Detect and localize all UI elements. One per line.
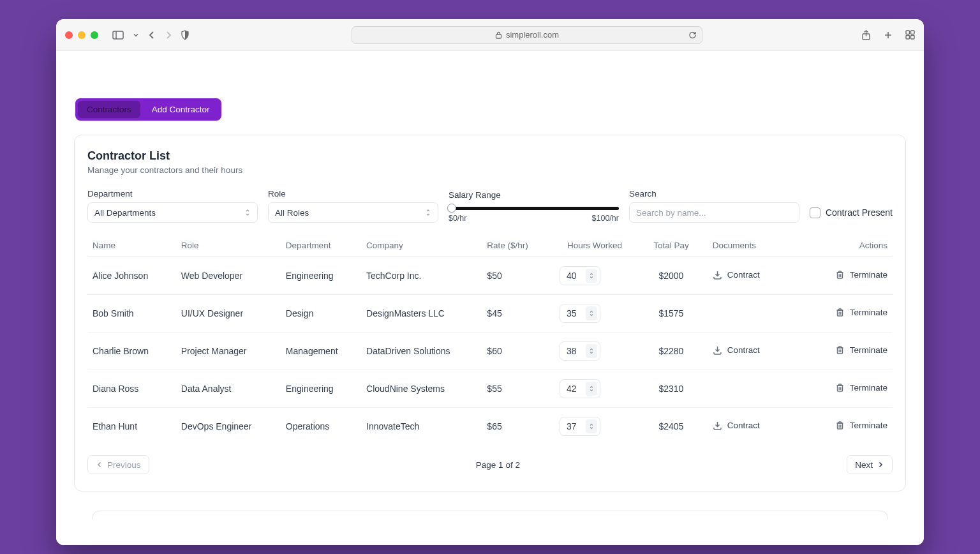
cell-documents: Contract (708, 257, 804, 295)
cell-total: $2405 (635, 408, 708, 445)
hours-stepper[interactable]: 37 (560, 417, 600, 436)
salary-label: Salary Range (449, 190, 619, 200)
browser-window: simpleroll.com Contractors Add Cont (56, 19, 924, 545)
table-row: Alice JohnsonWeb DeveloperEngineeringTec… (87, 257, 893, 295)
stepper-icon[interactable] (586, 306, 597, 320)
svg-rect-22 (837, 423, 842, 429)
window-controls (65, 31, 98, 39)
cell-rate: $65 (482, 408, 554, 445)
shield-icon[interactable] (180, 30, 190, 40)
terminate-button[interactable]: Terminate (835, 308, 887, 317)
cell-role: UI/UX Designer (176, 295, 281, 333)
svg-rect-13 (837, 310, 842, 316)
share-icon[interactable] (861, 30, 871, 40)
col-department: Department (281, 234, 361, 257)
minimize-window-button[interactable] (78, 31, 85, 39)
salary-slider[interactable] (449, 204, 619, 213)
svg-rect-16 (837, 348, 842, 354)
new-tab-icon[interactable] (884, 30, 893, 40)
forward-button[interactable] (165, 31, 172, 40)
address-bar[interactable]: simpleroll.com (352, 26, 702, 44)
hours-stepper[interactable]: 42 (560, 379, 600, 398)
cell-rate: $60 (482, 333, 554, 370)
trash-icon (835, 345, 845, 355)
department-filter: Department All Departments (87, 189, 258, 223)
contract-label: Contract (727, 345, 760, 355)
tab-add-contractor[interactable]: Add Contractor (143, 101, 219, 118)
sidebar-toggle-icon[interactable] (112, 31, 124, 40)
terminate-button[interactable]: Terminate (835, 345, 887, 355)
tab-overview-icon[interactable] (905, 30, 915, 40)
cell-hours: 42 (554, 370, 635, 408)
svg-rect-7 (911, 31, 915, 34)
cell-role: Data Analyst (176, 370, 281, 408)
close-window-button[interactable] (65, 31, 73, 39)
department-select[interactable]: All Departments (87, 202, 258, 223)
cell-actions: Terminate (804, 408, 893, 445)
reload-icon[interactable] (688, 31, 697, 39)
table-row: Ethan HuntDevOps EngineerOperationsInnov… (87, 408, 893, 445)
search-label: Search (629, 189, 799, 198)
slider-thumb[interactable] (447, 204, 456, 213)
previous-button[interactable]: Previous (87, 455, 149, 474)
back-button[interactable] (148, 31, 156, 40)
hours-stepper[interactable]: 40 (560, 266, 600, 285)
chevron-down-icon[interactable] (133, 32, 139, 38)
stepper-icon[interactable] (586, 382, 597, 396)
cell-department: Design (281, 295, 361, 333)
tab-contractors[interactable]: Contractors (78, 101, 140, 118)
stepper-icon[interactable] (586, 269, 597, 283)
terminate-button[interactable]: Terminate (835, 383, 887, 393)
hours-stepper[interactable]: 38 (560, 341, 600, 361)
page-status: Page 1 of 2 (476, 460, 520, 470)
download-contract-button[interactable]: Contract (713, 421, 760, 430)
department-label: Department (87, 189, 258, 198)
download-icon (713, 270, 722, 280)
stepper-icon[interactable] (586, 419, 597, 433)
col-name: Name (87, 234, 176, 257)
contract-present-checkbox[interactable] (810, 207, 820, 218)
cell-department: Management (281, 333, 361, 370)
filters-row: Department All Departments Role All Role… (87, 189, 893, 223)
cell-name: Diana Ross (87, 370, 176, 408)
cell-company: InnovateTech (361, 408, 482, 445)
terminate-button[interactable]: Terminate (835, 270, 887, 280)
salary-max: $100/hr (592, 214, 619, 223)
cell-company: CloudNine Systems (361, 370, 482, 408)
table-row: Diana RossData AnalystEngineeringCloudNi… (87, 370, 893, 408)
terminate-button[interactable]: Terminate (835, 421, 887, 430)
maximize-window-button[interactable] (91, 31, 98, 39)
cell-name: Bob Smith (87, 295, 176, 333)
cell-hours: 35 (554, 295, 635, 333)
stepper-icon[interactable] (586, 344, 597, 358)
slider-track (449, 207, 619, 210)
cell-hours: 40 (554, 257, 635, 295)
next-button[interactable]: Next (847, 455, 893, 474)
chevron-updown-icon (244, 208, 251, 217)
svg-rect-0 (113, 31, 123, 39)
hours-stepper[interactable]: 35 (560, 304, 600, 323)
chevron-left-icon (96, 461, 103, 468)
cell-actions: Terminate (804, 370, 893, 408)
salary-filter: Salary Range $0/hr $100/hr (449, 190, 619, 223)
col-actions: Actions (804, 234, 893, 257)
col-documents: Documents (708, 234, 804, 257)
chevron-updown-icon (425, 208, 431, 217)
trash-icon (835, 421, 845, 430)
role-select[interactable]: All Roles (268, 202, 438, 223)
hours-value: 37 (567, 421, 577, 431)
download-contract-button[interactable]: Contract (713, 345, 760, 355)
cell-actions: Terminate (804, 257, 893, 295)
search-input[interactable] (636, 208, 792, 218)
cell-company: TechCorp Inc. (361, 257, 482, 295)
lock-icon (495, 31, 502, 39)
cell-company: DesignMasters LLC (361, 295, 482, 333)
role-filter: Role All Roles (268, 189, 438, 223)
contract-present-label: Contract Present (826, 207, 893, 218)
cell-role: Web Developer (176, 257, 281, 295)
department-value: All Departments (94, 208, 156, 218)
pagination: Previous Page 1 of 2 Next (87, 455, 893, 474)
cell-rate: $55 (482, 370, 554, 408)
trash-icon (835, 308, 845, 317)
download-contract-button[interactable]: Contract (713, 270, 760, 280)
